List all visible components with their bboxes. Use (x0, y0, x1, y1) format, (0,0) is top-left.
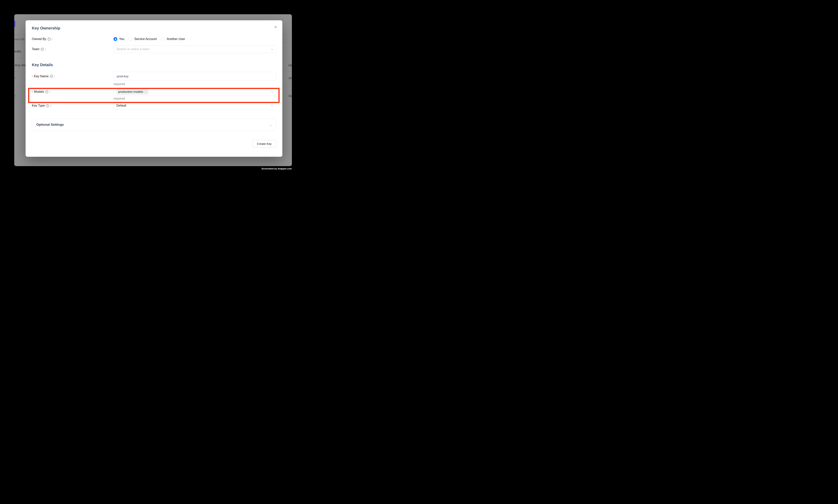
team-select[interactable]: Search or select a team (113, 45, 276, 53)
column-header-key-alias: Key Alia (15, 64, 26, 67)
owned-by-label: Owned By i : (32, 37, 113, 41)
owned-by-radio-group: You Service Account Another User (113, 37, 276, 41)
info-icon[interactable]: i (46, 104, 49, 107)
owned-by-row: Owned By i : You Service Account Another… (32, 37, 276, 41)
radio-you[interactable]: You (113, 37, 124, 41)
section-title-key-details: Key Details (32, 62, 276, 67)
radio-dot (113, 37, 117, 41)
table-row-alias: – (15, 94, 16, 97)
info-icon[interactable]: i (41, 48, 44, 51)
models-select[interactable]: production-models × (113, 88, 276, 96)
create-key-button-fragment (14, 20, 15, 27)
models-validation: required (113, 97, 276, 101)
models-row: * Models i : production-models × (32, 88, 276, 96)
table-row-updated: 11/ (288, 94, 292, 97)
key-name-row: * Key Name i : (32, 72, 276, 80)
results-count-fragment: sults (14, 50, 21, 53)
modal-footer: Create Key (32, 140, 276, 147)
radio-service-account[interactable]: Service Account (129, 37, 157, 41)
key-type-row: Key Type i : Default (32, 102, 276, 109)
chevron-down-icon (271, 104, 273, 107)
required-asterisk: * (32, 75, 33, 78)
table-row-updated: 11/ (288, 76, 292, 79)
create-key-button[interactable]: Create Key (252, 140, 276, 147)
radio-another-user[interactable]: Another User (161, 37, 185, 41)
screenshot-canvas: eset Filt sults Key Alia Up – 11/ – 11/ … (0, 0, 306, 184)
info-icon[interactable]: i (48, 38, 51, 41)
radio-dot (129, 37, 132, 41)
key-name-label: * Key Name i : (32, 75, 113, 78)
create-key-modal: ✕ Key Ownership Owned By i : You Service… (25, 20, 282, 157)
info-icon[interactable]: i (45, 90, 48, 93)
required-asterisk: * (32, 90, 33, 94)
info-icon[interactable]: i (50, 75, 53, 78)
key-type-select[interactable]: Default (113, 102, 276, 109)
column-header-updated: Up (288, 64, 292, 67)
close-icon[interactable]: ✕ (274, 25, 277, 29)
chevron-down-icon (271, 90, 273, 93)
optional-settings-panel[interactable]: Optional Settings (32, 119, 276, 131)
chevron-down-icon (269, 124, 272, 126)
table-row-alias: – (15, 76, 16, 79)
key-type-label: Key Type i : (32, 104, 113, 107)
chevron-down-icon (271, 48, 273, 50)
radio-dot (161, 37, 165, 41)
watermark-text: Screenshot by Xnapper.com (262, 167, 292, 170)
reset-filters-button-fragment[interactable]: eset Filt (14, 37, 24, 41)
key-name-input[interactable] (113, 72, 276, 80)
models-label: * Models i : (32, 90, 113, 93)
team-label: Team i : (32, 48, 113, 51)
key-name-validation: required (113, 82, 276, 86)
section-title-key-ownership: Key Ownership (32, 26, 276, 31)
team-row: Team i : Search or select a team (32, 45, 276, 53)
selected-model-tag: production-models × (117, 89, 148, 95)
remove-tag-icon[interactable]: × (145, 90, 147, 93)
